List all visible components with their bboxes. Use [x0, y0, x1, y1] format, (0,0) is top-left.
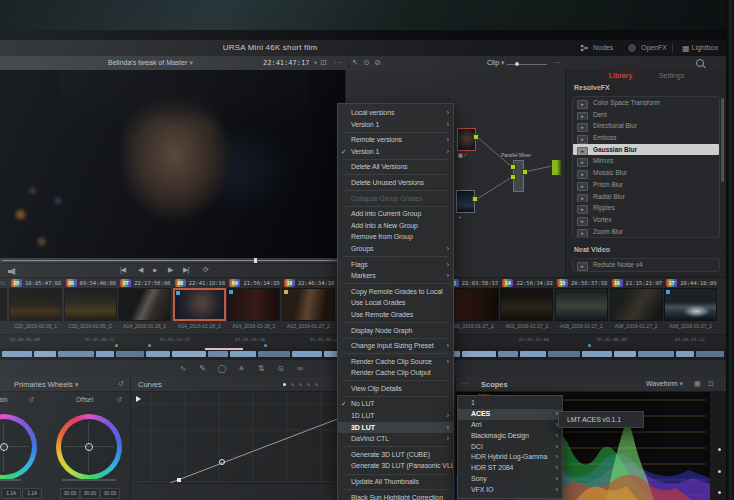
- scope-toggle-dot[interactable]: [718, 470, 721, 473]
- offset-value-box[interactable]: 30.00: [60, 488, 80, 499]
- menu-item-flags[interactable]: Flags›: [338, 259, 453, 271]
- mixer-input-dot[interactable]: [510, 174, 516, 180]
- menu-item-use-remote-grades[interactable]: Use Remote Grades: [338, 309, 453, 321]
- curve-point[interactable]: [177, 478, 181, 482]
- fx-item-dent[interactable]: ▸Dent: [573, 109, 719, 121]
- scope-layout-icon[interactable]: ▦: [694, 380, 701, 388]
- sort-icon[interactable]: ⇅: [253, 363, 269, 374]
- menu-item-view-clip-details[interactable]: View Clip Details: [338, 383, 453, 395]
- timeline-clip-segment[interactable]: [34, 351, 56, 357]
- menu-item-sony[interactable]: Sony›: [458, 474, 562, 485]
- fx-item-prism-blur[interactable]: ▸Prism Blur: [573, 179, 719, 191]
- gain-wheel[interactable]: [0, 414, 37, 480]
- timeline-clip-segment[interactable]: [208, 351, 228, 357]
- tab-library[interactable]: Library: [600, 70, 642, 81]
- timeline-marker[interactable]: [148, 344, 151, 347]
- step-back-button[interactable]: ◀: [138, 266, 142, 274]
- node-options-icon[interactable]: ···: [553, 58, 561, 67]
- menu-item-copy-remote-grades-to-local[interactable]: Copy Remote Grades to Local: [338, 286, 453, 298]
- clip-thumbnail-15[interactable]: [555, 288, 608, 321]
- clip-thumbnail-10[interactable]: [282, 288, 335, 321]
- menu-item-groups[interactable]: Groups›: [338, 243, 453, 255]
- tab-settings[interactable]: Settings: [650, 70, 693, 81]
- primaries-wheels-title[interactable]: Primaries Wheels ▾: [14, 380, 79, 389]
- menu-item-render-cache-clip-output[interactable]: Render Cache Clip Output: [338, 367, 453, 379]
- cursor-tool-icon[interactable]: ↖: [352, 58, 359, 67]
- timeline-clip-segment[interactable]: [96, 351, 114, 357]
- timeline-clip-segment[interactable]: [230, 351, 256, 357]
- zoom-icon[interactable]: ⊙: [273, 363, 289, 374]
- scope-toggle-dot[interactable]: [718, 491, 721, 494]
- menu-item-davinci-ctl[interactable]: DaVinci CTL›: [338, 433, 453, 445]
- node-output-dot[interactable]: [472, 196, 478, 202]
- node-output-dot[interactable]: [473, 134, 479, 140]
- menu-item-collapse-group-grades[interactable]: Collapse Group Grades: [338, 193, 453, 205]
- timeline-clip-segment[interactable]: [292, 351, 322, 357]
- draw-icon[interactable]: ✎: [195, 363, 211, 374]
- clip-thumbnail-09[interactable]: [227, 288, 280, 321]
- gain-value-box[interactable]: 1.14: [22, 488, 42, 499]
- menu-item-update-all-thumbnails[interactable]: Update All Thumbnails: [338, 476, 453, 488]
- clip-thumbnail-05[interactable]: [9, 288, 62, 321]
- menu-item-blackmagic-design[interactable]: Blackmagic Design›: [458, 431, 562, 442]
- stop-button[interactable]: ■: [153, 267, 156, 273]
- curve-channel-dot[interactable]: [291, 383, 294, 386]
- fx-item-directional-blur[interactable]: ▸Directional Blur: [573, 120, 719, 132]
- timeline-clip-segment[interactable]: [146, 351, 170, 357]
- loop-icon[interactable]: ⟳: [203, 266, 208, 274]
- fx-item-mirrors[interactable]: ▸Mirrors: [573, 155, 719, 167]
- menu-item-change-input-sizing-preset[interactable]: Change Input Sizing Preset›: [338, 340, 453, 352]
- menu-item-no-lut[interactable]: ✓No LUT: [338, 398, 453, 410]
- output-node[interactable]: [551, 159, 562, 176]
- grade-version-dropdown[interactable]: Belinda's tweak of Master ▾: [108, 59, 193, 67]
- viewer-options-icon[interactable]: ···: [334, 58, 342, 67]
- menu-item-delete-all-versions[interactable]: Delete All Versions: [338, 161, 453, 173]
- timeline-clip-segment[interactable]: [58, 351, 94, 357]
- menu-item-hdr-st-2084[interactable]: HDR ST 2084›: [458, 463, 562, 474]
- fx-item-reduce-noise-v4[interactable]: ▸Reduce Noise v4: [573, 259, 719, 271]
- gain-master-slider[interactable]: [0, 479, 21, 481]
- menu-item-delete-unused-versions[interactable]: Delete Unused Versions: [338, 177, 453, 189]
- timeline-clip-segment[interactable]: [696, 351, 724, 357]
- menu-item-lmt-aces[interactable]: LMT ACES v0.1.1: [559, 413, 643, 426]
- viewer-image[interactable]: [0, 70, 345, 258]
- offset-reset-icon[interactable]: ↺: [116, 396, 122, 404]
- fx-item-emboss[interactable]: ▸Emboss: [573, 132, 719, 144]
- menu-item-vfx-io[interactable]: VFX IO›: [458, 485, 562, 496]
- menu-item-hdr-hybrid-log-gamma[interactable]: HDR Hybrid Log-Gamma›: [458, 452, 562, 463]
- curve-channel-dot[interactable]: [315, 383, 318, 386]
- fx-item-mosaic-blur[interactable]: ▸Mosaic Blur: [573, 167, 719, 179]
- timeline-clip-segment[interactable]: [548, 351, 580, 357]
- mixer-output-dot[interactable]: [522, 169, 528, 175]
- lightbox-button[interactable]: ▦ Lightbox: [682, 42, 718, 54]
- clip-thumbnail-17[interactable]: [664, 288, 717, 321]
- timeline-clip-segment[interactable]: [2, 351, 32, 357]
- timeline-clip-segment[interactable]: [638, 351, 674, 357]
- menu-item-3d-lut[interactable]: 3D LUT›: [338, 422, 453, 434]
- menu-item-black-sun-highlight-correction[interactable]: Black Sun Highlight Correction: [338, 492, 453, 500]
- menu-item-dci[interactable]: DCI›: [458, 442, 562, 453]
- timeline-clip-segment[interactable]: [520, 351, 546, 357]
- go-to-end-button[interactable]: ▶|: [183, 266, 188, 274]
- bypass-grade-icon[interactable]: ⊘: [374, 58, 381, 67]
- menu-item-version-1[interactable]: Version 1›: [338, 119, 453, 131]
- fx-scrollbar[interactable]: [721, 98, 724, 182]
- curve-channel-dot[interactable]: [307, 383, 310, 386]
- menu-item-generate-3d-lut-cube[interactable]: Generate 3D LUT (CUBE): [338, 449, 453, 461]
- offset-master-slider[interactable]: [62, 479, 116, 481]
- node-zoom-slider[interactable]: [507, 64, 547, 65]
- fx-item-vortex[interactable]: ▸Vortex: [573, 214, 719, 226]
- fx-item-radial-blur[interactable]: ▸Radial Blur: [573, 191, 719, 203]
- grab-tool-icon[interactable]: ⊙: [363, 58, 370, 67]
- menu-item-local-versions[interactable]: Local versions›: [338, 107, 453, 119]
- node-zoom-handle[interactable]: [515, 62, 519, 66]
- menu-item-render-cache-clip-source[interactable]: Render Cache Clip Source›: [338, 356, 453, 368]
- clip-thumbnail-06[interactable]: [64, 288, 117, 321]
- clip-thumbnail-16[interactable]: [610, 288, 663, 321]
- fx-item-gaussian-blur[interactable]: ▸Gaussian Blur: [573, 144, 719, 156]
- clip-thumbnail-08[interactable]: [173, 288, 226, 321]
- menu-item-add-into-a-new-group[interactable]: Add into a New Group: [338, 220, 453, 232]
- fx-item-ripples[interactable]: ▸Ripples: [573, 202, 719, 214]
- timeline-clip-segment[interactable]: [258, 351, 290, 357]
- menu-item-remote-versions[interactable]: Remote versions›: [338, 134, 453, 146]
